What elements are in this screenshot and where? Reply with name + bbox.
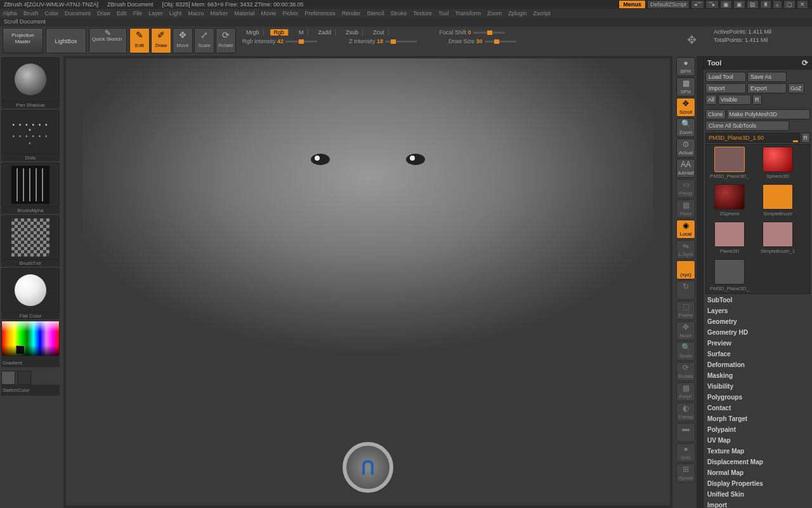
rshelf-persp-button[interactable]: ▭Persp: [676, 179, 695, 198]
tool-r-button[interactable]: R: [801, 133, 811, 143]
section-preview[interactable]: Preview: [707, 340, 808, 347]
rshelf-floor-button[interactable]: ▦Floor: [676, 199, 695, 218]
rshelf-solo-button[interactable]: ●Solo: [676, 443, 695, 462]
m-toggle[interactable]: M: [295, 29, 308, 36]
menu-tool[interactable]: Tool: [438, 10, 449, 17]
menu-brush[interactable]: Brush: [23, 10, 39, 17]
menu-movie[interactable]: Movie: [261, 10, 276, 17]
section-geometry-hd[interactable]: Geometry HD: [707, 329, 808, 336]
menu-picker[interactable]: Picker: [282, 10, 298, 17]
tool-thumb-3[interactable]: SimpleBrush: [756, 184, 799, 217]
rshelf-move-button[interactable]: ✥Move: [676, 321, 695, 340]
titlebar-btn-2[interactable]: ▣: [733, 0, 745, 9]
scale-mode-button[interactable]: ⤢Scale: [194, 28, 214, 53]
tool-thumb-2[interactable]: ZSphere: [708, 184, 751, 217]
rshelf-transp-button[interactable]: ◐Transp: [676, 403, 695, 422]
menu-file[interactable]: File: [133, 10, 143, 17]
lock-icon[interactable]: ♜: [760, 0, 771, 9]
section-displacement-map[interactable]: Displacement Map: [707, 458, 808, 465]
section-import[interactable]: Import: [707, 502, 808, 508]
left-brush-slot[interactable]: [1, 57, 60, 102]
rshelf-rotate-button[interactable]: ⟳Rotate: [676, 362, 695, 381]
menu-material[interactable]: Material: [234, 10, 254, 17]
projection-master-button[interactable]: Projection Master: [3, 28, 43, 53]
section-unified-skin[interactable]: Unified Skin: [707, 491, 808, 498]
section-morph-target[interactable]: Morph Target: [707, 415, 808, 422]
menus-button[interactable]: Menus: [619, 0, 646, 9]
rshelf-aahalf-button[interactable]: AAAAHalf: [676, 159, 695, 178]
goz-r-button[interactable]: R: [752, 95, 762, 105]
draw-mode-button[interactable]: ✐Draw: [151, 28, 171, 53]
rshelf-xpose-button[interactable]: ⊞Xpose: [676, 464, 695, 483]
z-intensity-slider[interactable]: Z Intensity 18: [349, 38, 417, 44]
gradient-swatch-1[interactable]: [17, 371, 31, 385]
goz-button[interactable]: GoZ: [788, 83, 804, 93]
menu-stencil[interactable]: Stencil: [367, 10, 384, 17]
rshelf-scroll-button[interactable]: ✥Scroll: [676, 98, 695, 117]
rgb-intensity-slider[interactable]: Rgb Intensity 42: [242, 38, 317, 44]
tool-thumb-5[interactable]: SimpleBrush_1: [756, 222, 799, 254]
left-texture-slot[interactable]: [1, 215, 60, 260]
color-picker[interactable]: [1, 321, 60, 356]
menu-texture[interactable]: Texture: [413, 10, 432, 17]
menu-preferences[interactable]: Preferences: [304, 10, 336, 17]
titlebar-btn-3[interactable]: ▤: [747, 0, 759, 9]
divider[interactable]: [697, 56, 703, 508]
section-display-properties[interactable]: Display Properties: [707, 480, 808, 487]
arrow-left-icon[interactable]: ◂ꞌꞌꞌ: [691, 0, 704, 9]
section-surface[interactable]: Surface: [707, 351, 808, 358]
close-icon[interactable]: ✕: [797, 0, 808, 9]
refresh-icon[interactable]: ⟳: [802, 58, 808, 67]
make-polymesh-button[interactable]: Make PolyMesh3D: [727, 109, 810, 119]
save-as-button[interactable]: Save As: [747, 72, 787, 82]
menu-draw[interactable]: Draw: [97, 10, 110, 17]
mrgb-toggle[interactable]: Mrgb: [242, 29, 264, 36]
menu-stroke[interactable]: Stroke: [390, 10, 407, 17]
section-layers[interactable]: Layers: [707, 307, 808, 314]
clone-button[interactable]: Clone: [705, 109, 726, 119]
tool-thumb-4[interactable]: Plane3D: [708, 222, 751, 254]
draw-size-slider[interactable]: Draw Size 30: [449, 38, 516, 44]
rshelf-xyz-button[interactable]: (xyz): [676, 260, 695, 279]
menu-transform[interactable]: Transform: [455, 10, 481, 17]
section-deformation[interactable]: Deformation: [707, 361, 808, 368]
section-normal-map[interactable]: Normal Map: [707, 469, 808, 476]
clone-all-button[interactable]: Clone All SubTools: [705, 121, 789, 131]
menu-zplugin[interactable]: Zplugin: [508, 10, 527, 17]
default-zscript[interactable]: DefaultZScript: [647, 0, 690, 9]
rshelf-local-button[interactable]: ◉Local: [676, 220, 695, 239]
canvas[interactable]: ᑎ: [63, 56, 672, 508]
section-polygroups[interactable]: Polygroups: [707, 394, 808, 401]
rshelf-frame-button[interactable]: ⬚Frame: [676, 301, 695, 320]
section-uv-map[interactable]: UV Map: [707, 437, 808, 444]
goz-all-button[interactable]: All: [705, 95, 717, 105]
focal-shift-slider[interactable]: Focal Shift 0: [440, 29, 505, 36]
rshelf-scale-button[interactable]: 🔍Scale: [676, 342, 695, 361]
section-subtool[interactable]: SubTool: [707, 297, 808, 304]
section-polypaint[interactable]: Polypaint: [707, 426, 808, 433]
min-icon[interactable]: ▵: [773, 0, 782, 9]
tool-thumb-0[interactable]: PM3D_Plane3D_: [708, 147, 751, 179]
rotate-mode-button[interactable]: ⟳Rotate: [216, 28, 236, 53]
export-button[interactable]: Export: [747, 83, 787, 93]
section-visibility[interactable]: Visibility: [707, 383, 808, 390]
menu-document[interactable]: Document: [65, 10, 91, 17]
switchcolor-button[interactable]: SwitchColor: [1, 385, 60, 396]
rshelf-spix-button[interactable]: ▦SPix: [676, 77, 695, 97]
edit-mode-button[interactable]: ✎Edit: [129, 28, 150, 53]
rshelf-bpr-button[interactable]: ●BPR: [676, 57, 695, 76]
tool-thumb-6[interactable]: PM3D_Plane3D_: [708, 259, 751, 291]
menu-color[interactable]: Color: [45, 10, 59, 17]
lightbox-button[interactable]: LightBox: [46, 28, 86, 53]
rshelf-polyf-button[interactable]: ▦PolyF: [676, 382, 695, 401]
rshelf--button[interactable]: ▬: [676, 423, 695, 442]
titlebar-btn-1[interactable]: ▣: [720, 0, 732, 9]
move-gizmo-icon[interactable]: ✥: [685, 33, 698, 46]
goz-visible-button[interactable]: Visible: [718, 95, 751, 105]
section-texture-map[interactable]: Texture Map: [707, 448, 808, 455]
move-mode-button[interactable]: ✥Move: [173, 28, 193, 53]
zcut-toggle[interactable]: Zcut: [369, 29, 389, 36]
rgb-toggle[interactable]: Rgb: [270, 29, 289, 36]
left-alpha-slot[interactable]: [1, 163, 60, 207]
arrow-right-icon[interactable]: ꞌꞌꞌ▸: [705, 0, 719, 9]
